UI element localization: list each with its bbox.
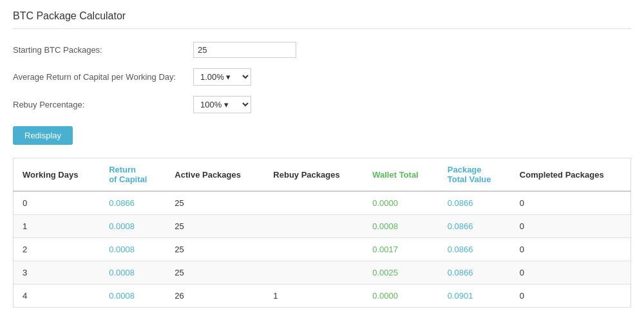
col-header-return-of-capital: Returnof Capital	[100, 158, 166, 192]
col-header-rebuy-packages: Rebuy Packages	[264, 158, 363, 192]
cell-active-packages: 25	[166, 215, 264, 238]
cell-active-packages: 25	[166, 191, 264, 215]
cell-wallet-total: 0.0025	[363, 261, 439, 285]
form-section: Starting BTC Packages: Average Return of…	[13, 42, 631, 145]
results-table: Working Days Returnof Capital Active Pac…	[13, 158, 631, 308]
table-row: 1 0.0008 25 0.0008 0.0866 0	[14, 215, 631, 238]
cell-return-of-capital: 0.0008	[100, 215, 166, 238]
rebuy-percentage-row: Rebuy Percentage: 100% ▾ 75% 50% 25% 0%	[13, 96, 631, 113]
redisplay-button[interactable]: Redisplay	[13, 126, 73, 145]
rebuy-percentage-label: Rebuy Percentage:	[13, 100, 193, 109]
table-row: 4 0.0008 26 1 0.0000 0.0901 0	[14, 285, 631, 308]
cell-working-days: 1	[14, 215, 100, 238]
cell-rebuy-packages	[264, 191, 363, 215]
cell-rebuy-packages	[264, 238, 363, 261]
cell-completed-packages: 0	[511, 191, 631, 215]
cell-return-of-capital: 0.0008	[100, 261, 166, 285]
starting-packages-row: Starting BTC Packages:	[13, 42, 631, 58]
cell-active-packages: 25	[166, 261, 264, 285]
cell-completed-packages: 0	[511, 285, 631, 308]
col-header-working-days: Working Days	[14, 158, 100, 192]
cell-rebuy-packages: 1	[264, 285, 363, 308]
table-row: 0 0.0866 25 0.0000 0.0866 0	[14, 191, 631, 215]
col-header-package-total-value: PackageTotal Value	[439, 158, 511, 192]
cell-package-total-value: 0.0866	[439, 215, 511, 238]
cell-wallet-total: 0.0000	[363, 191, 439, 215]
avg-return-row: Average Return of Capital per Working Da…	[13, 68, 631, 86]
cell-rebuy-packages	[264, 215, 363, 238]
rebuy-percentage-select[interactable]: 100% ▾ 75% 50% 25% 0%	[193, 96, 251, 113]
cell-working-days: 2	[14, 238, 100, 261]
cell-wallet-total: 0.0008	[363, 215, 439, 238]
cell-package-total-value: 0.0866	[439, 261, 511, 285]
cell-package-total-value: 0.0901	[439, 285, 511, 308]
page-title: BTC Package Calculator	[13, 10, 631, 29]
col-header-completed-packages: Completed Packages	[511, 158, 631, 192]
starting-packages-input[interactable]	[193, 42, 296, 58]
cell-rebuy-packages	[264, 261, 363, 285]
page-container: BTC Package Calculator Starting BTC Pack…	[0, 0, 644, 318]
table-row: 2 0.0008 25 0.0017 0.0866 0	[14, 238, 631, 261]
cell-working-days: 4	[14, 285, 100, 308]
avg-return-select[interactable]: 1.00% ▾ 1.25% 1.50% 0.75% 0.50%	[193, 68, 251, 86]
cell-completed-packages: 0	[511, 261, 631, 285]
col-header-active-packages: Active Packages	[166, 158, 264, 192]
cell-working-days: 0	[14, 191, 100, 215]
cell-return-of-capital: 0.0008	[100, 238, 166, 261]
table-row: 3 0.0008 25 0.0025 0.0866 0	[14, 261, 631, 285]
cell-return-of-capital: 0.0866	[100, 191, 166, 215]
avg-return-label: Average Return of Capital per Working Da…	[13, 72, 193, 82]
cell-completed-packages: 0	[511, 215, 631, 238]
cell-active-packages: 26	[166, 285, 264, 308]
cell-completed-packages: 0	[511, 238, 631, 261]
table-section: Working Days Returnof Capital Active Pac…	[13, 158, 631, 308]
cell-wallet-total: 0.0000	[363, 285, 439, 308]
cell-active-packages: 25	[166, 238, 264, 261]
starting-packages-label: Starting BTC Packages:	[13, 45, 193, 55]
cell-working-days: 3	[14, 261, 100, 285]
col-header-wallet-total: Wallet Total	[363, 158, 439, 192]
cell-wallet-total: 0.0017	[363, 238, 439, 261]
cell-package-total-value: 0.0866	[439, 238, 511, 261]
cell-package-total-value: 0.0866	[439, 191, 511, 215]
cell-return-of-capital: 0.0008	[100, 285, 166, 308]
table-header-row: Working Days Returnof Capital Active Pac…	[14, 158, 631, 192]
